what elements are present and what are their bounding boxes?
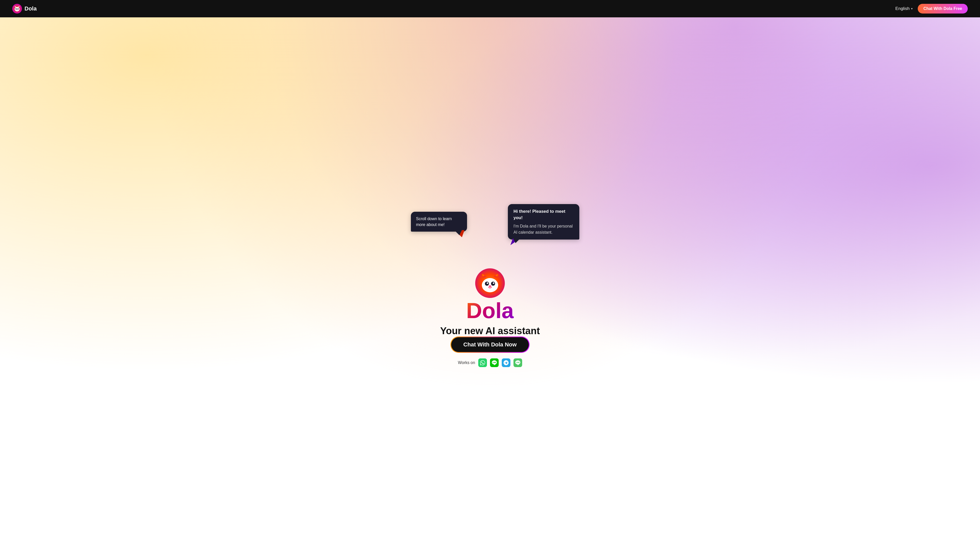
svg-point-19 [487,283,488,284]
works-on-row: Works on [458,359,522,367]
svg-point-21 [489,285,491,287]
right-bubble: Hi there! Pleased to meet you! I'm Dola … [508,204,579,240]
main-cta-wrapper[interactable]: Chat With Dola Now [450,337,530,353]
navbar-logo-text: Dola [24,5,37,12]
svg-point-5 [18,8,19,10]
svg-point-7 [18,8,19,9]
left-speech-bubble: Scroll down to learn more about me! [411,212,467,232]
left-bubble-tail [454,230,465,237]
navbar: Dola English ▾ Chat With Dola Free [0,0,980,17]
dola-logo-icon [12,4,22,14]
platform-whatsapp-icon [478,359,487,367]
svg-point-14 [482,278,498,292]
chevron-down-icon: ▾ [911,7,913,11]
left-bubble-text: Scroll down to learn more about me! [416,217,452,227]
svg-point-6 [16,8,17,9]
svg-point-1 [15,7,20,11]
dola-avatar-icon [475,268,505,299]
works-on-label: Works on [458,360,475,365]
nav-cta-button[interactable]: Chat With Dola Free [918,4,968,14]
language-selector[interactable]: English ▾ [895,6,913,11]
platform-telegram-icon [502,359,511,367]
navbar-right: English ▾ Chat With Dola Free [895,4,968,14]
right-speech-bubble: Hi there! Pleased to meet you! I'm Dola … [508,204,579,240]
dola-logo-section: Dola [466,268,514,321]
right-bubble-tail [511,238,520,245]
right-bubble-title: Hi there! Pleased to meet you! [514,208,574,221]
right-bubble-body: I'm Dola and I'll be your personal AI ca… [514,223,574,235]
main-cta-button[interactable]: Chat With Dola Now [451,337,529,352]
svg-point-20 [493,283,494,284]
hero-tagline: Your new AI assistant [440,326,540,337]
hero-content: Scroll down to learn more about me! Hi t… [401,202,579,367]
platform-line-icon [490,359,499,367]
chat-bubbles-container: Scroll down to learn more about me! Hi t… [401,202,579,260]
left-bubble: Scroll down to learn more about me! [411,212,467,232]
dola-brand-name: Dola [466,300,514,321]
navbar-logo[interactable]: Dola [12,4,37,14]
language-label: English [895,6,910,11]
platform-line2-icon [514,359,522,367]
svg-point-4 [16,8,17,10]
hero-section: Scroll down to learn more about me! Hi t… [0,0,980,551]
